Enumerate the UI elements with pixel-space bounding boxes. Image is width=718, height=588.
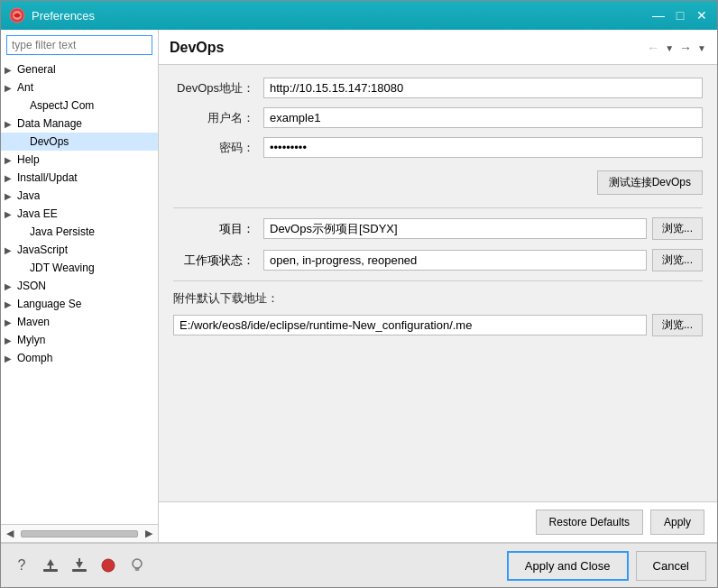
- tree-label-general: General: [17, 63, 56, 76]
- sidebar-item-datamanage[interactable]: ▶Data Manage: [1, 115, 158, 133]
- tree-arrow-datamanage: ▶: [5, 119, 17, 129]
- scroll-right-btn[interactable]: ▶: [140, 528, 158, 539]
- username-row: 用户名：: [173, 107, 703, 128]
- sidebar-item-installupdate[interactable]: ▶Install/Updat: [1, 169, 158, 187]
- tree-label-javaee: Java EE: [17, 207, 58, 220]
- sidebar-item-javascript[interactable]: ▶JavaScript: [1, 241, 158, 259]
- tree-arrow-help: ▶: [5, 155, 17, 165]
- sidebar-item-ant[interactable]: ▶Ant: [1, 78, 158, 96]
- workitem-browse-button[interactable]: 浏览...: [652, 249, 703, 271]
- apply-button[interactable]: Apply: [650, 510, 704, 535]
- svg-rect-2: [43, 569, 58, 572]
- tree-label-javascript: JavaScript: [17, 243, 68, 256]
- sidebar-item-aspectj[interactable]: AspectJ Com: [1, 96, 158, 115]
- bottom-icon-group: ?: [12, 556, 507, 575]
- forward-button[interactable]: →: [676, 39, 695, 57]
- cancel-button[interactable]: Cancel: [636, 551, 706, 581]
- tree-arrow-general: ▶: [5, 65, 17, 75]
- workitem-input[interactable]: [263, 250, 647, 271]
- attachment-browse-button[interactable]: 浏览...: [652, 314, 703, 336]
- separator-2: [173, 280, 703, 281]
- sidebar-item-help[interactable]: ▶Help: [1, 151, 158, 169]
- tree-label-aspectj: AspectJ Com: [30, 99, 94, 112]
- tree-label-jdtweaving: JDT Weaving: [30, 262, 95, 274]
- panel-header: DevOps ← ▼ → ▼: [159, 30, 717, 65]
- password-input[interactable]: [263, 137, 703, 158]
- horizontal-scrollbar[interactable]: [21, 530, 138, 537]
- workitem-label: 工作项状态：: [173, 253, 254, 269]
- sidebar-item-maven[interactable]: ▶Maven: [1, 313, 158, 331]
- forward-dropdown[interactable]: ▼: [697, 43, 706, 53]
- sidebar-item-languagese[interactable]: ▶Language Se: [1, 295, 158, 313]
- window-controls: — □ ✕: [650, 7, 710, 23]
- tree-arrow-oomph: ▶: [5, 354, 17, 363]
- close-button[interactable]: ✕: [694, 7, 710, 23]
- bottom-buttons: Apply and Close Cancel: [507, 551, 706, 581]
- panel-title: DevOps: [170, 40, 224, 56]
- tree-label-ant: Ant: [17, 81, 33, 94]
- apply-and-close-button[interactable]: Apply and Close: [507, 551, 629, 581]
- title-bar: Preferences — □ ✕: [1, 1, 717, 30]
- tree-label-help: Help: [17, 153, 40, 166]
- back-button[interactable]: ←: [643, 39, 663, 57]
- tree-label-oomph: Oomph: [17, 352, 52, 364]
- tree-label-installupdate: Install/Updat: [17, 171, 78, 184]
- tree-label-json: JSON: [17, 280, 46, 292]
- window-title: Preferences: [32, 9, 650, 23]
- password-label: 密码：: [173, 140, 254, 156]
- minimize-button[interactable]: —: [650, 7, 667, 23]
- sidebar-item-oomph[interactable]: ▶Oomph: [1, 349, 158, 367]
- svg-marker-3: [47, 559, 54, 569]
- help-icon[interactable]: ?: [12, 556, 32, 575]
- svg-point-6: [102, 559, 115, 572]
- preferences-window: Preferences — □ ✕ ▶General▶AntAspectJ Co…: [0, 0, 718, 588]
- svg-rect-4: [72, 569, 87, 572]
- sidebar-item-mylyn[interactable]: ▶Mylyn: [1, 331, 158, 349]
- sidebar-item-jdtweaving[interactable]: JDT Weaving: [1, 259, 158, 277]
- sidebar-item-general[interactable]: ▶General: [1, 60, 158, 78]
- tree-arrow-ant: ▶: [5, 83, 17, 93]
- password-row: 密码：: [173, 137, 703, 158]
- svg-marker-5: [76, 558, 83, 568]
- tree-label-java: Java: [17, 189, 40, 202]
- record-icon[interactable]: [98, 556, 118, 575]
- filter-input[interactable]: [6, 35, 152, 55]
- lightbulb-icon[interactable]: [127, 556, 147, 575]
- scroll-left-btn[interactable]: ◀: [1, 528, 19, 539]
- svg-point-7: [133, 559, 142, 568]
- username-label: 用户名：: [173, 110, 254, 126]
- sidebar-item-devops[interactable]: DevOps: [1, 133, 158, 151]
- devops-url-label: DevOps地址：: [173, 80, 254, 96]
- tree-label-javapersist: Java Persiste: [30, 225, 95, 238]
- restore-defaults-button[interactable]: Restore Defaults: [536, 510, 643, 535]
- attachment-path-input[interactable]: [173, 315, 647, 335]
- tree-arrow-languagese: ▶: [5, 299, 17, 309]
- tree-arrow-javaee: ▶: [5, 209, 17, 219]
- project-row: 项目： 浏览...: [173, 217, 703, 240]
- sidebar-item-javapersist[interactable]: Java Persiste: [1, 223, 158, 241]
- tree-label-mylyn: Mylyn: [17, 334, 45, 346]
- export-icon[interactable]: [69, 556, 89, 575]
- maximize-button[interactable]: □: [672, 7, 688, 23]
- tree-label-maven: Maven: [17, 316, 50, 328]
- project-browse-button[interactable]: 浏览...: [652, 217, 703, 240]
- project-input[interactable]: [263, 218, 647, 239]
- bottom-bar: ? Apply and Close Cancel: [1, 542, 717, 587]
- sidebar-item-java[interactable]: ▶Java: [1, 187, 158, 205]
- app-icon: [8, 6, 26, 24]
- sidebar-item-javaee[interactable]: ▶Java EE: [1, 205, 158, 223]
- separator-1: [173, 207, 703, 208]
- nav-buttons: ← ▼ → ▼: [643, 39, 706, 57]
- main-content: ▶General▶AntAspectJ Com▶Data ManageDevOp…: [1, 30, 717, 542]
- back-dropdown[interactable]: ▼: [665, 43, 674, 53]
- sidebar-item-json[interactable]: ▶JSON: [1, 277, 158, 295]
- devops-url-row: DevOps地址：: [173, 78, 703, 98]
- attachment-row: 浏览...: [173, 314, 703, 336]
- devops-url-input[interactable]: [263, 78, 703, 98]
- import-icon[interactable]: [41, 556, 60, 575]
- tree-arrow-mylyn: ▶: [5, 335, 17, 345]
- panel-body: DevOps地址： 用户名： 密码： 测试连接DevOps 项目：: [159, 65, 717, 501]
- test-connection-button[interactable]: 测试连接DevOps: [597, 170, 703, 195]
- tree-arrow-installupdate: ▶: [5, 173, 17, 183]
- username-input[interactable]: [263, 107, 703, 128]
